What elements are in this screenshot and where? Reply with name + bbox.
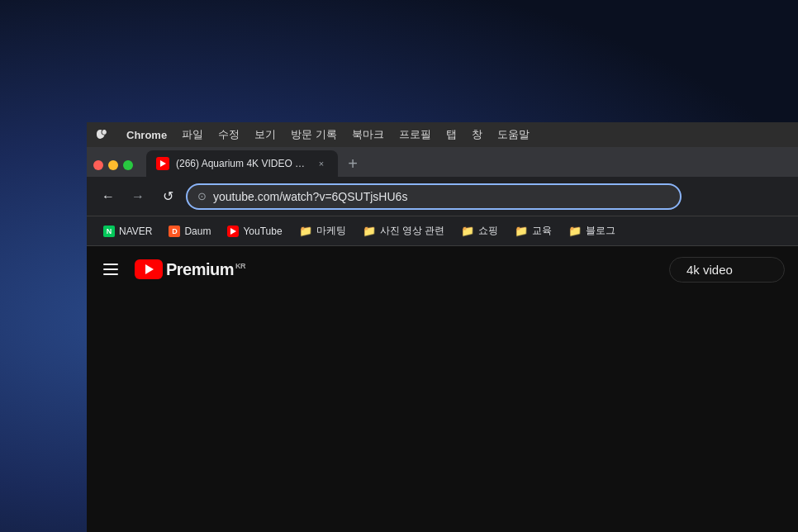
reload-button[interactable]: ↺ bbox=[156, 185, 179, 208]
youtube-play-triangle bbox=[145, 264, 154, 274]
window-controls bbox=[93, 160, 133, 170]
menu-window[interactable]: 창 bbox=[472, 127, 482, 142]
daum-favicon: D bbox=[169, 226, 180, 237]
tab-close-button[interactable]: × bbox=[315, 157, 328, 170]
macos-menubar: Chrome 파일 수정 보기 방문 기록 북마크 프로필 탭 창 도움말 bbox=[87, 122, 798, 147]
bookmark-youtube[interactable]: YouTube bbox=[221, 222, 288, 240]
bookmark-blog[interactable]: 📁 블로그 bbox=[562, 221, 622, 241]
hamburger-line-3 bbox=[103, 273, 118, 275]
bookmark-photo-label: 사진 영상 관련 bbox=[380, 224, 445, 238]
bookmarks-bar: N NAVER D Daum YouTube 📁 마케팅 📁 사진 영상 관련 … bbox=[87, 216, 798, 246]
menu-edit[interactable]: 수정 bbox=[218, 127, 240, 142]
hamburger-line-1 bbox=[103, 264, 118, 265]
bookmark-daum-label: Daum bbox=[184, 226, 211, 237]
search-area: 4k video bbox=[669, 257, 785, 283]
youtube-favicon bbox=[227, 226, 239, 237]
menu-view[interactable]: 보기 bbox=[254, 127, 276, 142]
bookmark-marketing-label: 마케팅 bbox=[316, 224, 346, 238]
search-text: 4k video bbox=[686, 263, 733, 277]
bookmark-marketing[interactable]: 📁 마케팅 bbox=[292, 221, 353, 241]
tab-favicon bbox=[156, 157, 169, 170]
url-text: youtube.com/watch?v=6QSUTjsHU6s bbox=[213, 190, 407, 203]
forward-button[interactable]: → bbox=[126, 185, 150, 208]
youtube-logo-text: PremiumKR bbox=[166, 260, 245, 279]
back-button[interactable]: ← bbox=[97, 185, 120, 208]
apple-icon bbox=[95, 128, 108, 141]
naver-favicon: N bbox=[103, 226, 115, 237]
tab-bar: (266) Aquarium 4K VIDEO (U… × + bbox=[87, 147, 798, 177]
premium-country-badge: KR bbox=[235, 262, 245, 270]
maximize-window-button[interactable] bbox=[123, 160, 133, 170]
menu-bookmarks[interactable]: 북마크 bbox=[352, 127, 384, 142]
bookmark-shopping[interactable]: 📁 쇼핑 bbox=[454, 221, 505, 241]
bookmark-education-label: 교육 bbox=[532, 224, 552, 238]
browser-tab[interactable]: (266) Aquarium 4K VIDEO (U… × bbox=[146, 150, 338, 177]
bookmark-shopping-label: 쇼핑 bbox=[478, 224, 498, 238]
menu-help[interactable]: 도움말 bbox=[497, 127, 530, 142]
folder-icon-marketing: 📁 bbox=[299, 225, 312, 237]
bookmark-photo-video[interactable]: 📁 사진 영상 관련 bbox=[356, 221, 452, 241]
hamburger-line-2 bbox=[103, 268, 118, 270]
menu-tab[interactable]: 탭 bbox=[446, 127, 457, 142]
new-tab-button[interactable]: + bbox=[341, 152, 364, 175]
bookmark-naver-label: NAVER bbox=[119, 226, 152, 237]
page-content: PremiumKR 4k video bbox=[87, 246, 798, 532]
folder-icon-education: 📁 bbox=[515, 225, 528, 237]
bookmark-naver[interactable]: N NAVER bbox=[97, 222, 159, 240]
search-box[interactable]: 4k video bbox=[669, 257, 785, 283]
address-box[interactable]: ⊙ youtube.com/watch?v=6QSUTjsHU6s bbox=[186, 183, 682, 210]
folder-icon-shopping: 📁 bbox=[461, 225, 474, 237]
youtube-logo-icon bbox=[135, 259, 163, 279]
youtube-logo[interactable]: PremiumKR bbox=[135, 259, 245, 279]
close-window-button[interactable] bbox=[93, 160, 103, 170]
bookmark-youtube-label: YouTube bbox=[243, 226, 282, 237]
premium-text: Premium bbox=[166, 260, 234, 278]
menu-file[interactable]: 파일 bbox=[182, 127, 203, 142]
menu-profile[interactable]: 프로필 bbox=[399, 127, 431, 142]
apple-menu[interactable] bbox=[95, 128, 108, 141]
minimize-window-button[interactable] bbox=[108, 160, 118, 170]
menu-chrome[interactable]: Chrome bbox=[126, 129, 167, 141]
bookmark-education[interactable]: 📁 교육 bbox=[508, 221, 558, 241]
tab-title: (266) Aquarium 4K VIDEO (U… bbox=[176, 158, 308, 169]
menu-history[interactable]: 방문 기록 bbox=[291, 127, 337, 142]
folder-icon-blog: 📁 bbox=[568, 225, 582, 237]
youtube-header: PremiumKR 4k video bbox=[87, 246, 798, 292]
folder-icon-photo: 📁 bbox=[363, 225, 376, 237]
address-bar-area: ← → ↺ ⊙ youtube.com/watch?v=6QSUTjsHU6s bbox=[87, 177, 798, 216]
hamburger-menu-button[interactable] bbox=[100, 260, 121, 278]
security-icon: ⊙ bbox=[197, 190, 207, 202]
bookmark-daum[interactable]: D Daum bbox=[162, 222, 217, 240]
bookmark-blog-label: 블로그 bbox=[586, 224, 615, 238]
